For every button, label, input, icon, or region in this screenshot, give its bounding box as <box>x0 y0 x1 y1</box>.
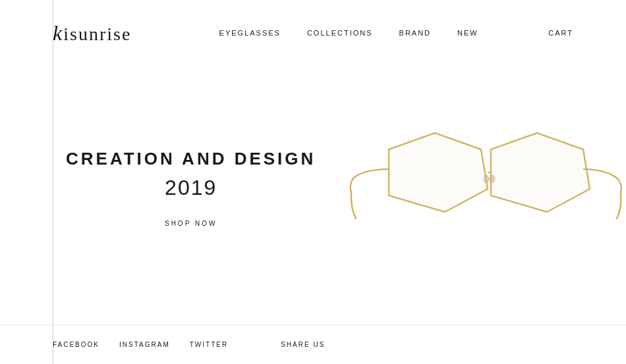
svg-point-6 <box>490 175 495 183</box>
nav-new[interactable]: NEW <box>457 29 478 37</box>
svg-point-11 <box>510 140 511 141</box>
svg-point-8 <box>421 136 422 137</box>
main-content: CREATION AND DESIGN 2019 SHOP NOW <box>0 66 626 325</box>
nav-brand[interactable]: BRAND <box>399 29 432 37</box>
logo-k: k <box>53 21 63 45</box>
svg-point-13 <box>550 132 551 134</box>
logo[interactable]: kisunrise <box>53 21 131 45</box>
hero-section: CREATION AND DESIGN 2019 SHOP NOW <box>66 148 316 226</box>
hero-year: 2019 <box>66 175 316 199</box>
cart-button[interactable]: CART <box>548 29 573 37</box>
nav-collections[interactable]: COLLECTIONS <box>307 29 373 37</box>
instagram-link[interactable]: INSTAGRAM <box>119 341 170 348</box>
hero-title: CREATION AND DESIGN <box>66 148 316 169</box>
svg-point-9 <box>447 132 449 134</box>
svg-point-14 <box>569 137 571 138</box>
svg-point-7 <box>408 140 409 141</box>
main-nav: EYEGLASSES COLLECTIONS BRAND NEW <box>167 29 478 37</box>
share-us-label: SHARE US <box>281 341 325 348</box>
svg-point-10 <box>467 137 469 138</box>
glasses-image <box>349 123 626 268</box>
header: kisunrise EYEGLASSES COLLECTIONS BRAND N… <box>0 0 626 66</box>
nav-eyeglasses[interactable]: EYEGLASSES <box>219 29 281 37</box>
twitter-link[interactable]: TWITTER <box>190 341 228 348</box>
footer: FACEBOOK INSTAGRAM TWITTER SHARE US <box>0 325 626 364</box>
facebook-link[interactable]: FACEBOOK <box>53 341 100 348</box>
logo-text: kisunrise <box>53 21 131 45</box>
svg-point-12 <box>523 136 525 137</box>
social-links: FACEBOOK INSTAGRAM TWITTER <box>53 341 228 348</box>
svg-point-5 <box>484 175 489 183</box>
shop-now-button[interactable]: SHOP NOW <box>66 219 316 226</box>
